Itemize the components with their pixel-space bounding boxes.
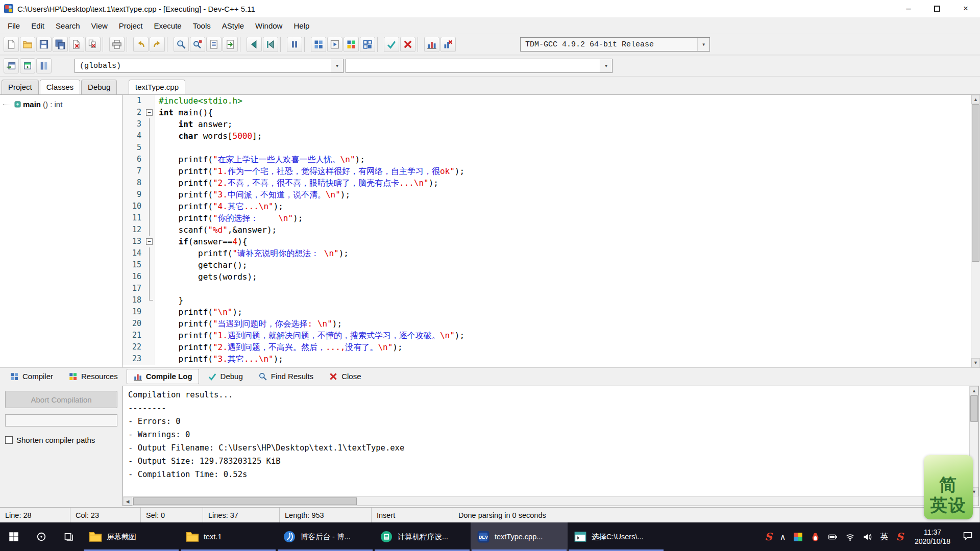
code-line[interactable]: 18 } — [122, 294, 971, 306]
sogou-input-icon[interactable]: S — [896, 531, 903, 543]
menu-execute[interactable]: Execute — [149, 19, 187, 33]
log-horizontal-scrollbar[interactable]: ◀ ▶ — [123, 496, 969, 506]
menu-astyle[interactable]: AStyle — [216, 19, 250, 33]
scroll-up-button[interactable]: ▲ — [970, 386, 978, 395]
scroll-left-button[interactable]: ◀ — [123, 497, 132, 506]
tab-debug[interactable]: Debug — [81, 80, 117, 94]
start-button[interactable] — [0, 522, 28, 551]
class-tree-item-main[interactable]: main () : int — [0, 98, 122, 110]
code-line[interactable]: 6 printf("在家上学让一些人欢喜一些人忧。\n"); — [122, 154, 971, 165]
menu-file[interactable]: File — [2, 19, 26, 33]
menu-window[interactable]: Window — [250, 19, 288, 33]
toolbar-save-button[interactable] — [36, 37, 52, 52]
toolbar-save-all-button[interactable] — [53, 37, 68, 52]
tab-compiler[interactable]: Compiler — [3, 369, 60, 384]
code-line[interactable]: 11 printf("你的选择： \n"); — [122, 212, 971, 224]
code-line[interactable]: 5 — [122, 142, 971, 154]
toolbar-back-button[interactable] — [247, 37, 262, 52]
scroll-up-button[interactable]: ▲ — [971, 95, 980, 104]
code-line[interactable]: 16 gets(words); — [122, 271, 971, 283]
code-line[interactable]: 13− if(answer==4){ — [122, 236, 971, 247]
taskbar-app-blog[interactable]: 博客后台 - 博... — [277, 522, 374, 551]
log-scrollbar-thumb[interactable] — [970, 395, 978, 422]
search-button[interactable] — [28, 522, 55, 551]
compile-log[interactable]: Compilation results...--------- Errors: … — [123, 386, 969, 496]
code-line[interactable]: 1#include<stdio.h> — [122, 95, 971, 107]
toolbar-new-file-button[interactable] — [4, 37, 19, 52]
action-center-button[interactable] — [955, 522, 980, 551]
code-line[interactable]: 7 printf("1.作为一个宅，社恐，觉得这样很好，有网络，自主学习，很ok… — [122, 165, 971, 177]
ime-icon[interactable]: 英 — [880, 532, 888, 542]
task-view-button[interactable] — [55, 522, 83, 551]
toolbar-profile-button[interactable] — [424, 37, 439, 52]
toolbar-redo-button[interactable] — [150, 37, 165, 52]
code-line[interactable]: 8 printf("2.不喜，不喜，很不喜，眼睛快瞎了，脑壳有点卡...\n")… — [122, 177, 971, 189]
code-line[interactable]: 4 char words[5000]; — [122, 130, 971, 142]
code-line[interactable]: 22 printf("2.遇到问题，不高兴。然后，...,没有了。\n"); — [122, 341, 971, 353]
taskbar-app-course[interactable]: 计算机程序设... — [374, 522, 471, 551]
network-icon[interactable] — [845, 532, 855, 542]
tab-resources[interactable]: Resources — [62, 369, 125, 384]
menu-search[interactable]: Search — [50, 19, 86, 33]
menu-edit[interactable]: Edit — [26, 19, 50, 33]
fold-collapse-marker[interactable]: − — [144, 107, 155, 118]
menu-help[interactable]: Help — [288, 19, 315, 33]
members-select[interactable]: ▾ — [346, 59, 612, 73]
qq-icon[interactable] — [811, 532, 820, 542]
scroll-down-button[interactable]: ▼ — [971, 358, 980, 367]
code-line[interactable]: 10 printf("4.其它...\n"); — [122, 201, 971, 212]
close-button[interactable]: × — [951, 0, 980, 17]
toolbar-specials-3-button[interactable] — [36, 58, 52, 73]
code-line[interactable]: 21 printf("1.遇到问题，就解决问题，不懂的，搜索式学习，逐个攻破。\… — [122, 330, 971, 341]
tab-close[interactable]: Close — [322, 369, 368, 384]
toolbar-close-file-button[interactable] — [69, 37, 84, 52]
taskbar-app-screenshot-folder[interactable]: 屏幕截图 — [83, 522, 180, 551]
toolbar-specials-1-button[interactable] — [4, 58, 19, 73]
tab-find-results[interactable]: Find Results — [252, 369, 320, 384]
menu-project[interactable]: Project — [113, 19, 149, 33]
toolbar-forward-button[interactable] — [263, 37, 278, 52]
editor-scrollbar-track[interactable] — [971, 104, 980, 358]
tab-debug[interactable]: Debug — [201, 369, 250, 384]
tab-project[interactable]: Project — [2, 80, 39, 94]
code-line[interactable]: 19 printf("\n"); — [122, 306, 971, 318]
sogou-icon[interactable]: S — [765, 531, 772, 543]
toolbar-undo-button[interactable] — [133, 37, 149, 52]
toolbar-find-button[interactable] — [174, 37, 189, 52]
toolbar-syntax-check-button[interactable] — [384, 37, 399, 52]
toolbar-close-all-button[interactable] — [85, 37, 101, 52]
tab-compile-log[interactable]: Compile Log — [127, 369, 199, 384]
toolbar-rebuild-all-button[interactable] — [360, 37, 375, 52]
taskbar-clock[interactable]: 11:37 2020/10/18 — [910, 522, 955, 551]
toolbar-toggle-bookmark-button[interactable] — [287, 37, 302, 52]
toolbar-goto-line-button[interactable] — [223, 37, 238, 52]
globals-select[interactable]: (globals) ▾ — [75, 59, 344, 73]
display-icon[interactable] — [828, 532, 838, 542]
menu-tools[interactable]: Tools — [187, 19, 216, 33]
code-line[interactable]: 20 printf("当遇到问题时，你会选择: \n"); — [122, 318, 971, 330]
volume-icon[interactable] — [863, 532, 872, 542]
toolbar-open-file-button[interactable] — [20, 37, 35, 52]
toolbar-print-button[interactable] — [109, 37, 125, 52]
log-hscrollbar-thumb[interactable] — [133, 497, 357, 505]
toolbar-replace-button[interactable] — [190, 37, 205, 52]
code-line[interactable]: 9 printf("3.中间派，不知道，说不清。\n"); — [122, 189, 971, 201]
taskbar-app-devcpp[interactable]: DEVtextType.cpp... — [471, 522, 568, 551]
toolbar-find-in-files-button[interactable] — [206, 37, 222, 52]
maximize-button[interactable] — [923, 0, 951, 17]
taskbar-app-text1-folder[interactable]: text.1 — [180, 522, 277, 551]
code-line[interactable]: 12 scanf("%d",&answer); — [122, 224, 971, 236]
toolbar-profile-delete-button[interactable] — [440, 37, 456, 52]
tab-classes[interactable]: Classes — [40, 80, 80, 94]
toolbar-run-button[interactable] — [327, 37, 342, 52]
code-line[interactable]: 2−int main(){ — [122, 107, 971, 118]
shorten-paths-option[interactable]: Shorten compiler paths — [5, 436, 117, 444]
toolbar-specials-2-button[interactable] — [20, 58, 35, 73]
tab-texttype-cpp[interactable]: textType.cpp — [129, 80, 185, 94]
compiler-select[interactable]: TDM-GCC 4.9.2 64-bit Release ▾ — [520, 37, 710, 52]
code-line[interactable]: 3 int answer; — [122, 118, 971, 130]
tray-expand-icon[interactable]: ∧ — [780, 532, 786, 542]
fold-collapse-marker[interactable]: − — [144, 236, 155, 247]
editor-vertical-scrollbar[interactable]: ▲ ▼ — [971, 95, 980, 367]
code-line[interactable]: 14 printf("请补充说明你的想法： \n"); — [122, 247, 971, 259]
